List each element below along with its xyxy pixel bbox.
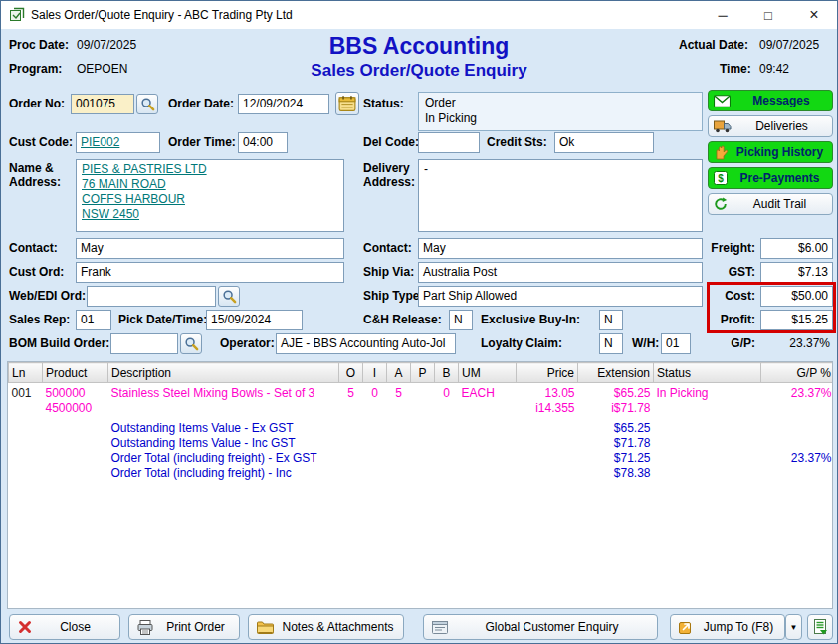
status-line1: Order — [425, 95, 696, 110]
cust-code-link[interactable]: PIE002 — [81, 135, 119, 149]
del-code-label: Del Code: — [363, 135, 419, 149]
gp-label: G/P: — [688, 336, 755, 350]
loyalty-claim-field[interactable]: N — [599, 333, 623, 354]
status-label: Status: — [363, 97, 404, 110]
close-label: Close — [39, 620, 111, 634]
address-line-3[interactable]: COFFS HARBOUR — [82, 192, 185, 206]
picking-history-button[interactable]: Picking History — [708, 141, 833, 163]
cell-status: In Picking — [654, 386, 761, 416]
hand-icon — [714, 145, 728, 160]
cust-code-label: Cust Code: — [9, 135, 73, 149]
summary-extension: $65.25 — [578, 421, 654, 436]
address-line-1[interactable]: PIES & PASTRIES LTD — [82, 162, 207, 176]
operator-label: Operator: — [220, 336, 275, 350]
operator-field[interactable]: AJE - BBS Accounting Auto-Jol — [276, 333, 456, 354]
contact-right-label: Contact: — [363, 241, 412, 255]
product-code-2: 4500000 — [46, 401, 105, 416]
status-line2: In Picking — [425, 110, 696, 126]
search-icon — [184, 336, 199, 351]
wh-label: W/H: — [632, 336, 659, 350]
table-row[interactable]: 001 500000 4500000 Stainless Steel Mixin… — [9, 386, 834, 416]
sales-rep-label: Sales Rep: — [9, 313, 70, 326]
global-customer-enquiry-button[interactable]: Global Customer Enquiry — [423, 614, 658, 640]
cust-ord-label: Cust Ord: — [9, 265, 64, 279]
ship-via-field[interactable]: Australia Post — [418, 262, 703, 283]
cell-gp: 23.37% — [761, 386, 834, 416]
name-address-box: PIES & PASTRIES LTD 76 MAIN ROAD COFFS H… — [76, 159, 344, 232]
calendar-button[interactable] — [335, 92, 359, 115]
minimize-button[interactable]: ─ — [700, 1, 745, 29]
col-b: B — [435, 363, 459, 383]
contact-left-field[interactable]: May — [76, 238, 344, 259]
export-button[interactable] — [807, 614, 833, 640]
maximize-button[interactable]: □ — [745, 1, 791, 29]
ship-type-field[interactable]: Part Ship Allowed — [418, 286, 703, 307]
summary-gp — [761, 436, 834, 451]
time-label: Time: — [720, 62, 751, 76]
cell-b: 0 — [435, 386, 459, 416]
exclusive-buy-in-field[interactable]: N — [599, 310, 623, 330]
del-code-field[interactable] — [418, 132, 480, 153]
chevron-down-icon: ▼ — [790, 623, 798, 632]
messages-button[interactable]: Messages — [708, 90, 833, 111]
close-window-button[interactable]: × — [791, 1, 837, 29]
actual-date-value: 09/07/2025 — [759, 38, 819, 52]
order-no-field[interactable]: 001075 — [71, 94, 134, 114]
cust-code-field[interactable]: PIE002 — [76, 132, 160, 153]
print-order-button[interactable]: Print Order — [128, 614, 240, 640]
app-window: Sales Order/Quote Enquiry - ABC Trading … — [0, 0, 838, 644]
jump-to-button[interactable]: Jump To (F8) — [670, 614, 785, 640]
order-no-search-button[interactable] — [136, 94, 158, 114]
messages-label: Messages — [735, 94, 827, 107]
address-line-2[interactable]: 76 MAIN ROAD — [82, 177, 166, 191]
web-edi-ord-field[interactable] — [87, 286, 216, 307]
web-edi-search-button[interactable] — [218, 286, 240, 307]
summary-row: Order Total (including freight) - Inc $7… — [9, 466, 834, 481]
col-ln: Ln — [9, 363, 43, 383]
wh-field[interactable]: 01 — [661, 333, 691, 354]
order-date-label: Order Date: — [168, 97, 234, 110]
freight-value: $6.00 — [760, 238, 833, 259]
order-time-field[interactable]: 04:00 — [238, 132, 288, 153]
audit-trail-label: Audit Trail — [733, 197, 827, 211]
summary-extension: $71.78 — [578, 436, 654, 451]
pick-date-time-label: Pick Date/Time: — [118, 313, 207, 326]
search-icon — [140, 97, 155, 111]
price-line-1: 13.05 — [520, 386, 575, 401]
bom-build-order-label: BOM Build Order: — [9, 336, 109, 350]
bom-build-order-field[interactable] — [110, 333, 178, 354]
ch-release-field[interactable]: N — [449, 310, 473, 330]
col-price: Price — [517, 363, 578, 383]
bom-search-button[interactable] — [180, 333, 202, 354]
cust-ord-field[interactable]: Frank — [76, 262, 344, 283]
audit-trail-button[interactable]: Audit Trail — [708, 193, 833, 215]
contact-right-field[interactable]: May — [418, 238, 703, 259]
pick-date-time-field[interactable]: 15/09/2024 — [206, 310, 303, 330]
gst-value: $7.13 — [760, 262, 833, 283]
notes-attachments-button[interactable]: Notes & Attachments — [248, 614, 404, 640]
sales-rep-field[interactable]: 01 — [76, 310, 111, 330]
order-lines-table: Ln Product Description O I A P B UM Pric… — [7, 361, 833, 609]
deliveries-button[interactable]: Deliveries — [708, 115, 833, 137]
contact-left-label: Contact: — [9, 241, 58, 255]
time-value: 09:42 — [759, 62, 789, 76]
proc-date-value: 09/07/2025 — [77, 38, 136, 52]
folder-icon — [257, 621, 274, 634]
credit-sts-field[interactable]: Ok — [554, 132, 654, 153]
col-extension: Extension — [578, 363, 654, 383]
cell-description: Stainless Steel Mixing Bowls - Set of 3 — [108, 386, 339, 416]
order-date-field[interactable]: 12/09/2024 — [238, 94, 329, 114]
dollar-icon: $ — [714, 171, 728, 185]
extension-line-1: $65.25 — [581, 386, 651, 401]
close-icon — [18, 620, 32, 634]
credit-sts-label: Credit Sts: — [487, 135, 547, 149]
cell-ln: 001 — [9, 386, 43, 416]
ch-release-label: C&H Release: — [363, 313, 442, 326]
close-button[interactable]: Close — [9, 614, 120, 640]
jump-to-dropdown-arrow[interactable]: ▼ — [785, 614, 802, 640]
pre-payments-button[interactable]: $ Pre-Payments — [708, 167, 833, 189]
summary-description: Order Total (including freight) - Ex GST — [108, 451, 339, 466]
summary-row: Outstanding Items Value - Ex GST $65.25 — [9, 421, 834, 436]
delivery-address-box: - — [418, 159, 703, 232]
address-line-4[interactable]: NSW 2450 — [82, 207, 139, 221]
